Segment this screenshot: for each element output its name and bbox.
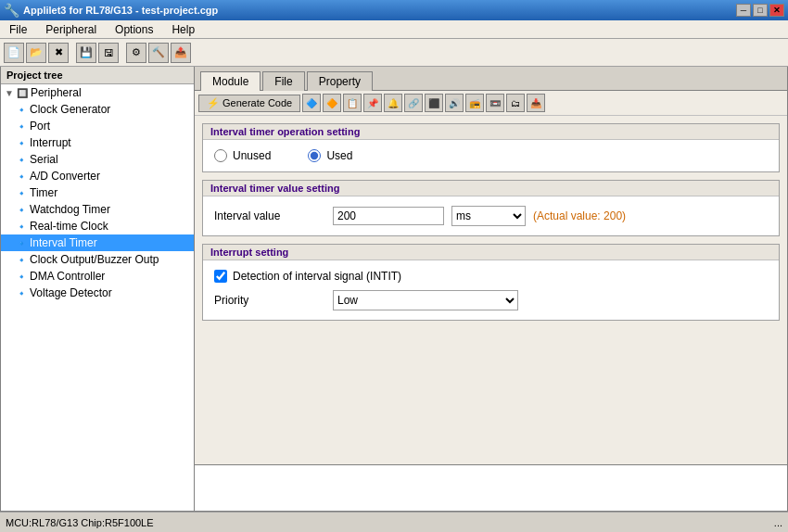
interval-value-input[interactable] [333, 207, 444, 225]
toolbar-icon-4[interactable]: 📌 [363, 94, 382, 112]
open-button[interactable]: 📂 [26, 43, 46, 63]
toolbar-icon-3[interactable]: 📋 [343, 94, 362, 112]
build2-button[interactable]: 🔨 [148, 43, 169, 63]
app-icon: 🔧 [4, 3, 19, 18]
tree-root-peripheral[interactable]: ▼ 🔲 Peripheral [1, 84, 194, 101]
export-button[interactable]: 📤 [171, 43, 191, 63]
tab-bar: Module File Property [195, 67, 787, 91]
dot-icon: 🔹 [16, 105, 27, 115]
operation-section-title: Interval timer operation setting [203, 124, 779, 140]
menu-file[interactable]: File [4, 21, 32, 38]
menu-options[interactable]: Options [109, 21, 159, 38]
radio-used-label: Used [326, 149, 352, 162]
toolbar-icon-12[interactable]: 📥 [527, 94, 545, 112]
new-button[interactable]: 📄 [4, 43, 24, 63]
radio-used[interactable]: Used [308, 149, 352, 162]
toolbar-icon-11[interactable]: 🗂 [506, 94, 525, 112]
tree-item-label: Interrupt [30, 136, 71, 149]
tree-item-label: Timer [30, 186, 57, 199]
operation-section: Interval timer operation setting Unused … [202, 123, 780, 172]
save-all-button[interactable]: 🖫 [98, 43, 119, 63]
toolbar-icon-7[interactable]: ⬛ [425, 94, 443, 112]
tree-item-interval-timer[interactable]: 🔹 Interval Timer [1, 234, 194, 251]
main-layout: Project tree ▼ 🔲 Peripheral 🔹 Clock Gene… [0, 67, 788, 512]
detection-checkbox[interactable] [214, 270, 227, 283]
dot-icon: 🔹 [16, 138, 27, 148]
expand-icon: ▼ [5, 88, 14, 98]
radio-unused-input[interactable] [214, 149, 227, 162]
build-button[interactable]: ⚙ [126, 43, 146, 63]
generate-code-icon: ⚡ [207, 97, 220, 109]
tree-item-interrupt[interactable]: 🔹 Interrupt [1, 134, 194, 151]
tree-item-label: Clock Generator [30, 103, 110, 116]
actual-value-label: (Actual value: 200) [533, 209, 626, 222]
sidebar: Project tree ▼ 🔲 Peripheral 🔹 Clock Gene… [0, 67, 195, 512]
generate-code-button[interactable]: ⚡ Generate Code [198, 95, 300, 112]
title-bar: 🔧 Applilet3 for RL78/G13 - test-project.… [0, 0, 788, 20]
tab-module[interactable]: Module [200, 71, 261, 91]
tree-item-voltage[interactable]: 🔹 Voltage Detector [1, 285, 194, 301]
dot-icon: 🔹 [16, 272, 27, 282]
maximize-button[interactable]: □ [753, 4, 768, 17]
toolbar-icon-1[interactable]: 🔷 [302, 94, 321, 112]
value-section-title: Interval timer value setting [203, 181, 779, 196]
toolbar-sep2 [121, 43, 124, 63]
tree-item-adc[interactable]: 🔹 A/D Converter [1, 168, 194, 184]
priority-select[interactable]: Low Medium High [333, 290, 518, 310]
tree-item-port[interactable]: 🔹 Port [1, 118, 194, 134]
dot-icon: 🔹 [16, 121, 27, 132]
dot-icon: 🔹 [16, 188, 27, 198]
interrupt-section-body: Detection of interval signal (INTIT) Pri… [203, 260, 779, 320]
tree-item-serial[interactable]: 🔹 Serial [1, 151, 194, 168]
priority-row: Priority Low Medium High [214, 286, 768, 314]
interrupt-section: Interrupt setting Detection of interval … [202, 244, 780, 321]
toolbar-icon-9[interactable]: 📻 [465, 94, 484, 112]
toolbar-icon-5[interactable]: 🔔 [384, 94, 402, 112]
unit-select[interactable]: ms us ns [451, 206, 526, 226]
tree-item-timer[interactable]: 🔹 Timer [1, 184, 194, 201]
toolbar-sep1 [70, 43, 74, 63]
tree-item-label: Voltage Detector [30, 286, 112, 299]
tree-item-clock-generator[interactable]: 🔹 Clock Generator [1, 101, 194, 118]
dot-icon: 🔹 [16, 171, 27, 182]
value-section-body: Interval value ms us ns (Actual value: 2… [203, 196, 779, 235]
inner-toolbar: ⚡ Generate Code 🔷 🔶 📋 📌 🔔 🔗 ⬛ 🔊 📻 📼 🗂 📥 [195, 91, 787, 116]
tab-file[interactable]: File [262, 71, 304, 91]
save-button[interactable]: 💾 [76, 43, 96, 63]
value-section: Interval timer value setting Interval va… [202, 180, 780, 236]
tree-item-watchdog[interactable]: 🔹 Watchdog Timer [1, 201, 194, 218]
toolbar-icon-8[interactable]: 🔊 [445, 94, 464, 112]
menu-help[interactable]: Help [166, 21, 200, 38]
window-title: Applilet3 for RL78/G13 - test-project.cg… [23, 5, 218, 16]
tree-item-label: Port [30, 120, 50, 133]
interrupt-section-title: Interrupt setting [203, 245, 779, 260]
radio-unused-label: Unused [233, 149, 271, 162]
menu-peripheral[interactable]: Peripheral [40, 21, 102, 38]
interval-value-row: Interval value ms us ns (Actual value: 2… [214, 202, 768, 230]
operation-section-body: Unused Used [203, 140, 779, 171]
radio-unused[interactable]: Unused [214, 149, 271, 162]
tree-item-label: Clock Output/Buzzer Outp [30, 253, 159, 266]
tree-item-label: Real-time Clock [30, 220, 108, 233]
toolbar-icon-10[interactable]: 📼 [486, 94, 504, 112]
tab-property[interactable]: Property [307, 71, 373, 91]
detection-label: Detection of interval signal (INTIT) [233, 270, 401, 283]
tree-item-rtc[interactable]: 🔹 Real-time Clock [1, 218, 194, 234]
tree-header: Project tree [1, 67, 194, 84]
title-bar-controls: ─ □ ✕ [736, 4, 784, 17]
generate-code-label: Generate Code [222, 97, 292, 108]
tree-item-dma[interactable]: 🔹 DMA Controller [1, 268, 194, 285]
radio-used-input[interactable] [308, 149, 321, 162]
tree-item-label: Watchdog Timer [30, 203, 110, 216]
content-area: Module File Property ⚡ Generate Code 🔷 🔶… [195, 67, 788, 512]
dot-icon: 🔹 [16, 222, 27, 232]
detection-row: Detection of interval signal (INTIT) [214, 266, 768, 286]
toolbar-icon-2[interactable]: 🔶 [323, 94, 341, 112]
close-file-button[interactable]: ✖ [48, 43, 69, 63]
status-dots: ... [774, 517, 782, 528]
status-bar: MCU:RL78/G13 Chip:R5F100LE ... [0, 512, 788, 532]
close-button[interactable]: ✕ [769, 4, 784, 17]
minimize-button[interactable]: ─ [736, 4, 751, 17]
toolbar-icon-6[interactable]: 🔗 [404, 94, 423, 112]
tree-item-clock-output[interactable]: 🔹 Clock Output/Buzzer Outp [1, 251, 194, 268]
